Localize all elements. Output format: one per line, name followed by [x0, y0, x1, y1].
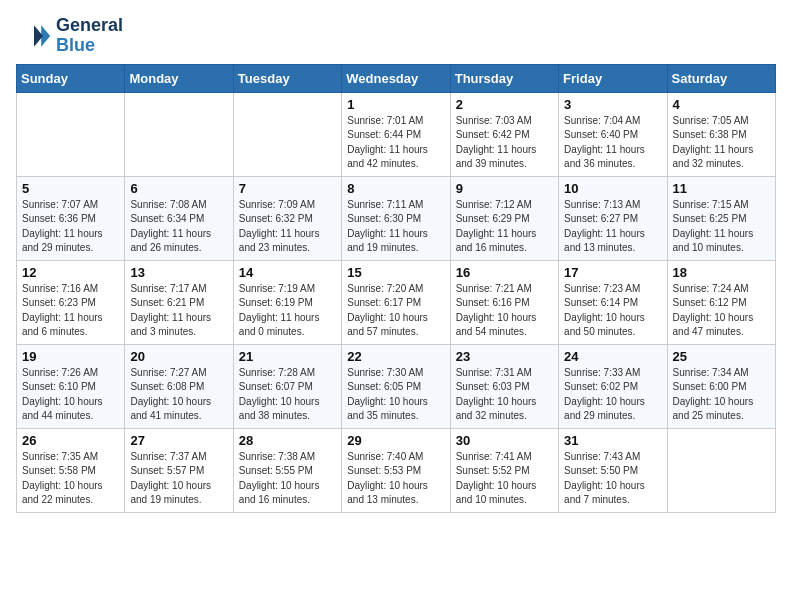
day-info: Sunrise: 7:16 AM Sunset: 6:23 PM Dayligh… — [22, 282, 119, 340]
day-number: 14 — [239, 265, 336, 280]
calendar-cell: 31Sunrise: 7:43 AM Sunset: 5:50 PM Dayli… — [559, 428, 667, 512]
calendar-cell: 17Sunrise: 7:23 AM Sunset: 6:14 PM Dayli… — [559, 260, 667, 344]
day-info: Sunrise: 7:24 AM Sunset: 6:12 PM Dayligh… — [673, 282, 770, 340]
day-number: 8 — [347, 181, 444, 196]
weekday-header-tuesday: Tuesday — [233, 64, 341, 92]
calendar-cell: 30Sunrise: 7:41 AM Sunset: 5:52 PM Dayli… — [450, 428, 558, 512]
weekday-header-wednesday: Wednesday — [342, 64, 450, 92]
calendar-cell: 1Sunrise: 7:01 AM Sunset: 6:44 PM Daylig… — [342, 92, 450, 176]
weekday-header-thursday: Thursday — [450, 64, 558, 92]
calendar-week-5: 26Sunrise: 7:35 AM Sunset: 5:58 PM Dayli… — [17, 428, 776, 512]
day-number: 3 — [564, 97, 661, 112]
calendar-cell: 16Sunrise: 7:21 AM Sunset: 6:16 PM Dayli… — [450, 260, 558, 344]
day-info: Sunrise: 7:11 AM Sunset: 6:30 PM Dayligh… — [347, 198, 444, 256]
day-info: Sunrise: 7:19 AM Sunset: 6:19 PM Dayligh… — [239, 282, 336, 340]
calendar-cell: 27Sunrise: 7:37 AM Sunset: 5:57 PM Dayli… — [125, 428, 233, 512]
calendar-week-3: 12Sunrise: 7:16 AM Sunset: 6:23 PM Dayli… — [17, 260, 776, 344]
day-info: Sunrise: 7:37 AM Sunset: 5:57 PM Dayligh… — [130, 450, 227, 508]
day-info: Sunrise: 7:33 AM Sunset: 6:02 PM Dayligh… — [564, 366, 661, 424]
day-number: 24 — [564, 349, 661, 364]
calendar-cell: 29Sunrise: 7:40 AM Sunset: 5:53 PM Dayli… — [342, 428, 450, 512]
day-info: Sunrise: 7:35 AM Sunset: 5:58 PM Dayligh… — [22, 450, 119, 508]
calendar-header: SundayMondayTuesdayWednesdayThursdayFrid… — [17, 64, 776, 92]
day-info: Sunrise: 7:04 AM Sunset: 6:40 PM Dayligh… — [564, 114, 661, 172]
day-number: 19 — [22, 349, 119, 364]
weekday-header-sunday: Sunday — [17, 64, 125, 92]
day-number: 1 — [347, 97, 444, 112]
day-info: Sunrise: 7:31 AM Sunset: 6:03 PM Dayligh… — [456, 366, 553, 424]
calendar-week-2: 5Sunrise: 7:07 AM Sunset: 6:36 PM Daylig… — [17, 176, 776, 260]
page-header: General Blue — [16, 16, 776, 56]
weekday-header-monday: Monday — [125, 64, 233, 92]
day-info: Sunrise: 7:09 AM Sunset: 6:32 PM Dayligh… — [239, 198, 336, 256]
calendar-cell: 21Sunrise: 7:28 AM Sunset: 6:07 PM Dayli… — [233, 344, 341, 428]
calendar-cell — [125, 92, 233, 176]
day-number: 9 — [456, 181, 553, 196]
calendar: SundayMondayTuesdayWednesdayThursdayFrid… — [16, 64, 776, 513]
calendar-cell — [667, 428, 775, 512]
calendar-cell: 22Sunrise: 7:30 AM Sunset: 6:05 PM Dayli… — [342, 344, 450, 428]
day-number: 5 — [22, 181, 119, 196]
day-info: Sunrise: 7:43 AM Sunset: 5:50 PM Dayligh… — [564, 450, 661, 508]
day-info: Sunrise: 7:03 AM Sunset: 6:42 PM Dayligh… — [456, 114, 553, 172]
calendar-cell: 13Sunrise: 7:17 AM Sunset: 6:21 PM Dayli… — [125, 260, 233, 344]
calendar-cell: 8Sunrise: 7:11 AM Sunset: 6:30 PM Daylig… — [342, 176, 450, 260]
day-info: Sunrise: 7:01 AM Sunset: 6:44 PM Dayligh… — [347, 114, 444, 172]
calendar-week-1: 1Sunrise: 7:01 AM Sunset: 6:44 PM Daylig… — [17, 92, 776, 176]
day-number: 25 — [673, 349, 770, 364]
day-number: 21 — [239, 349, 336, 364]
calendar-cell: 20Sunrise: 7:27 AM Sunset: 6:08 PM Dayli… — [125, 344, 233, 428]
day-info: Sunrise: 7:41 AM Sunset: 5:52 PM Dayligh… — [456, 450, 553, 508]
day-info: Sunrise: 7:34 AM Sunset: 6:00 PM Dayligh… — [673, 366, 770, 424]
calendar-cell — [17, 92, 125, 176]
day-number: 10 — [564, 181, 661, 196]
day-number: 20 — [130, 349, 227, 364]
day-info: Sunrise: 7:28 AM Sunset: 6:07 PM Dayligh… — [239, 366, 336, 424]
day-number: 7 — [239, 181, 336, 196]
day-info: Sunrise: 7:38 AM Sunset: 5:55 PM Dayligh… — [239, 450, 336, 508]
day-number: 4 — [673, 97, 770, 112]
day-info: Sunrise: 7:12 AM Sunset: 6:29 PM Dayligh… — [456, 198, 553, 256]
day-number: 27 — [130, 433, 227, 448]
day-number: 17 — [564, 265, 661, 280]
day-number: 22 — [347, 349, 444, 364]
calendar-cell: 5Sunrise: 7:07 AM Sunset: 6:36 PM Daylig… — [17, 176, 125, 260]
calendar-cell: 28Sunrise: 7:38 AM Sunset: 5:55 PM Dayli… — [233, 428, 341, 512]
day-info: Sunrise: 7:05 AM Sunset: 6:38 PM Dayligh… — [673, 114, 770, 172]
day-number: 18 — [673, 265, 770, 280]
calendar-cell: 18Sunrise: 7:24 AM Sunset: 6:12 PM Dayli… — [667, 260, 775, 344]
logo-text: General Blue — [56, 16, 123, 56]
weekday-header-friday: Friday — [559, 64, 667, 92]
day-info: Sunrise: 7:26 AM Sunset: 6:10 PM Dayligh… — [22, 366, 119, 424]
calendar-cell: 23Sunrise: 7:31 AM Sunset: 6:03 PM Dayli… — [450, 344, 558, 428]
day-number: 28 — [239, 433, 336, 448]
calendar-cell: 4Sunrise: 7:05 AM Sunset: 6:38 PM Daylig… — [667, 92, 775, 176]
day-number: 6 — [130, 181, 227, 196]
calendar-cell: 25Sunrise: 7:34 AM Sunset: 6:00 PM Dayli… — [667, 344, 775, 428]
calendar-cell: 3Sunrise: 7:04 AM Sunset: 6:40 PM Daylig… — [559, 92, 667, 176]
day-number: 13 — [130, 265, 227, 280]
day-info: Sunrise: 7:27 AM Sunset: 6:08 PM Dayligh… — [130, 366, 227, 424]
day-info: Sunrise: 7:40 AM Sunset: 5:53 PM Dayligh… — [347, 450, 444, 508]
day-info: Sunrise: 7:23 AM Sunset: 6:14 PM Dayligh… — [564, 282, 661, 340]
day-number: 12 — [22, 265, 119, 280]
day-info: Sunrise: 7:17 AM Sunset: 6:21 PM Dayligh… — [130, 282, 227, 340]
day-info: Sunrise: 7:20 AM Sunset: 6:17 PM Dayligh… — [347, 282, 444, 340]
day-number: 31 — [564, 433, 661, 448]
calendar-cell: 24Sunrise: 7:33 AM Sunset: 6:02 PM Dayli… — [559, 344, 667, 428]
calendar-cell: 10Sunrise: 7:13 AM Sunset: 6:27 PM Dayli… — [559, 176, 667, 260]
calendar-cell — [233, 92, 341, 176]
day-info: Sunrise: 7:07 AM Sunset: 6:36 PM Dayligh… — [22, 198, 119, 256]
calendar-cell: 14Sunrise: 7:19 AM Sunset: 6:19 PM Dayli… — [233, 260, 341, 344]
calendar-body: 1Sunrise: 7:01 AM Sunset: 6:44 PM Daylig… — [17, 92, 776, 512]
calendar-cell: 12Sunrise: 7:16 AM Sunset: 6:23 PM Dayli… — [17, 260, 125, 344]
logo: General Blue — [16, 16, 123, 56]
calendar-cell: 11Sunrise: 7:15 AM Sunset: 6:25 PM Dayli… — [667, 176, 775, 260]
day-number: 16 — [456, 265, 553, 280]
day-number: 30 — [456, 433, 553, 448]
day-number: 11 — [673, 181, 770, 196]
day-info: Sunrise: 7:15 AM Sunset: 6:25 PM Dayligh… — [673, 198, 770, 256]
day-number: 26 — [22, 433, 119, 448]
calendar-cell: 7Sunrise: 7:09 AM Sunset: 6:32 PM Daylig… — [233, 176, 341, 260]
day-info: Sunrise: 7:21 AM Sunset: 6:16 PM Dayligh… — [456, 282, 553, 340]
